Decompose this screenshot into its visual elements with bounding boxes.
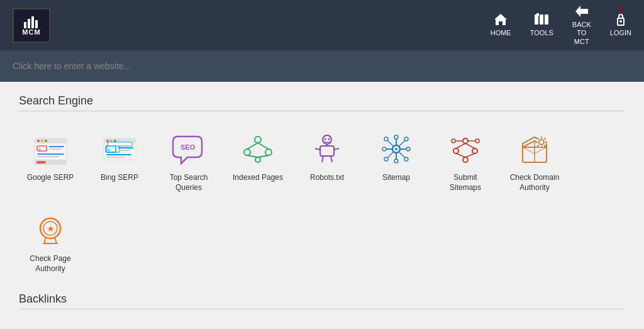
svg-point-11 bbox=[619, 20, 622, 23]
nav-login[interactable]: Click here to log in or create an accoun… bbox=[610, 13, 631, 37]
svg-rect-24 bbox=[36, 161, 46, 164]
svg-rect-22 bbox=[37, 156, 59, 157]
svg-point-16 bbox=[45, 140, 47, 142]
svg-line-55 bbox=[331, 156, 332, 162]
check-domain-authority-icon bbox=[516, 130, 553, 168]
check-page-authority-icon: ★ bbox=[31, 211, 69, 249]
nav-back-label: BACKTOMCT bbox=[572, 21, 591, 46]
svg-rect-20 bbox=[49, 148, 62, 150]
tool-robots-txt[interactable]: Robots.txt bbox=[296, 124, 358, 199]
indexed-pages-icon bbox=[239, 130, 277, 168]
search-engine-section: Search Engine G bbox=[19, 94, 625, 280]
svg-marker-9 bbox=[575, 6, 588, 17]
svg-rect-37 bbox=[106, 157, 125, 158]
submit-sitemaps-icon bbox=[447, 130, 484, 168]
svg-line-67 bbox=[399, 140, 405, 146]
svg-point-75 bbox=[453, 148, 458, 153]
logo[interactable]: MCM bbox=[13, 8, 50, 43]
google-serp-icon: G bbox=[31, 130, 69, 168]
tool-check-page-authority[interactable]: ★ Check PageAuthority bbox=[19, 205, 82, 280]
svg-line-53 bbox=[334, 148, 339, 150]
backlinks-tools-grid: f 𝕏 in bbox=[19, 322, 625, 329]
tool-backlinks-crown[interactable] bbox=[19, 322, 82, 329]
tool-backlinks-add-link[interactable] bbox=[88, 322, 151, 329]
svg-rect-5 bbox=[535, 14, 538, 25]
tool-top-search-queries[interactable]: SEO Top SearchQueries bbox=[157, 124, 220, 199]
submit-sitemaps-label: SubmitSitemaps bbox=[450, 173, 481, 192]
backlinks-section: Backlinks bbox=[19, 293, 625, 329]
search-input[interactable] bbox=[13, 61, 631, 71]
svg-line-66 bbox=[387, 140, 393, 146]
tool-indexed-pages[interactable]: Indexed Pages bbox=[226, 124, 289, 199]
svg-line-43 bbox=[247, 143, 258, 149]
nav-tools-label: TOOLS bbox=[530, 29, 553, 37]
tool-google-serp[interactable]: G Google SERP bbox=[19, 124, 82, 199]
header: MCM HOME bbox=[0, 0, 644, 50]
backlinks-title: Backlinks bbox=[19, 293, 625, 306]
nav-home-label: HOME bbox=[491, 29, 511, 37]
svg-point-70 bbox=[384, 137, 388, 141]
nav-tools[interactable]: TOOLS bbox=[530, 13, 553, 37]
svg-line-104 bbox=[44, 237, 46, 243]
svg-line-90 bbox=[535, 147, 547, 153]
svg-line-54 bbox=[322, 156, 323, 162]
tool-backlinks-social[interactable]: f 𝕏 in bbox=[226, 322, 289, 329]
svg-point-39 bbox=[255, 137, 261, 143]
svg-rect-0 bbox=[24, 22, 26, 28]
login-arrow-icon: ↑ bbox=[617, 1, 624, 18]
back-icon bbox=[574, 4, 589, 18]
bing-serp-label: Bing SERP bbox=[101, 173, 138, 183]
tools-icon bbox=[533, 13, 550, 26]
svg-line-89 bbox=[523, 147, 535, 153]
app-container: MCM HOME bbox=[0, 0, 644, 329]
svg-text:G: G bbox=[38, 147, 41, 151]
svg-text:★: ★ bbox=[47, 225, 54, 233]
svg-line-44 bbox=[258, 143, 269, 149]
svg-rect-35 bbox=[118, 150, 130, 151]
svg-point-72 bbox=[384, 157, 388, 161]
tool-submit-sitemaps[interactable]: SubmitSitemaps bbox=[434, 124, 497, 199]
svg-line-82 bbox=[456, 153, 465, 157]
login-cta-text: Click here to log in or create an accoun… bbox=[474, 0, 591, 3]
search-engine-tools-grid: G Google SERP bbox=[19, 124, 625, 280]
svg-point-79 bbox=[475, 139, 479, 143]
svg-line-46 bbox=[258, 155, 269, 157]
svg-rect-50 bbox=[320, 146, 334, 156]
home-icon bbox=[493, 13, 508, 26]
svg-rect-2 bbox=[31, 16, 34, 28]
tool-backlinks-broken-link[interactable] bbox=[157, 322, 220, 329]
svg-rect-36 bbox=[106, 154, 131, 155]
sitemap-label: Sitemap bbox=[382, 173, 410, 183]
svg-point-29 bbox=[114, 140, 116, 142]
tool-sitemap[interactable]: Sitemap bbox=[365, 124, 428, 199]
tool-bing-serp[interactable]: b Bing SERP bbox=[88, 124, 151, 199]
svg-point-78 bbox=[452, 139, 455, 143]
main-nav: HOME TOOLS bbox=[491, 4, 631, 46]
nav-login-label: LOGIN bbox=[610, 29, 631, 37]
backlinks-divider bbox=[19, 309, 625, 309]
svg-point-28 bbox=[110, 140, 113, 142]
search-bar[interactable] bbox=[0, 50, 644, 82]
svg-point-15 bbox=[41, 140, 43, 142]
google-serp-label: Google SERP bbox=[27, 173, 74, 183]
svg-line-83 bbox=[465, 153, 475, 157]
tool-check-domain-authority[interactable]: Check DomainAuthority bbox=[503, 124, 566, 199]
svg-marker-4 bbox=[494, 14, 507, 25]
svg-rect-3 bbox=[35, 20, 38, 28]
robots-txt-icon bbox=[308, 130, 346, 168]
nav-back-to-mct[interactable]: BACKTOMCT bbox=[572, 4, 591, 46]
svg-line-80 bbox=[456, 143, 465, 148]
svg-point-42 bbox=[255, 157, 260, 162]
check-page-authority-label: Check PageAuthority bbox=[30, 254, 70, 274]
svg-rect-34 bbox=[118, 147, 133, 148]
nav-home[interactable]: HOME bbox=[491, 13, 511, 37]
svg-point-77 bbox=[463, 157, 468, 162]
svg-line-69 bbox=[399, 152, 405, 158]
robots-txt-label: Robots.txt bbox=[310, 173, 344, 183]
svg-point-48 bbox=[324, 138, 326, 140]
svg-rect-6 bbox=[536, 13, 539, 16]
svg-text:b: b bbox=[108, 148, 110, 152]
svg-point-76 bbox=[472, 148, 477, 153]
svg-point-41 bbox=[265, 149, 272, 155]
svg-rect-8 bbox=[545, 14, 548, 25]
